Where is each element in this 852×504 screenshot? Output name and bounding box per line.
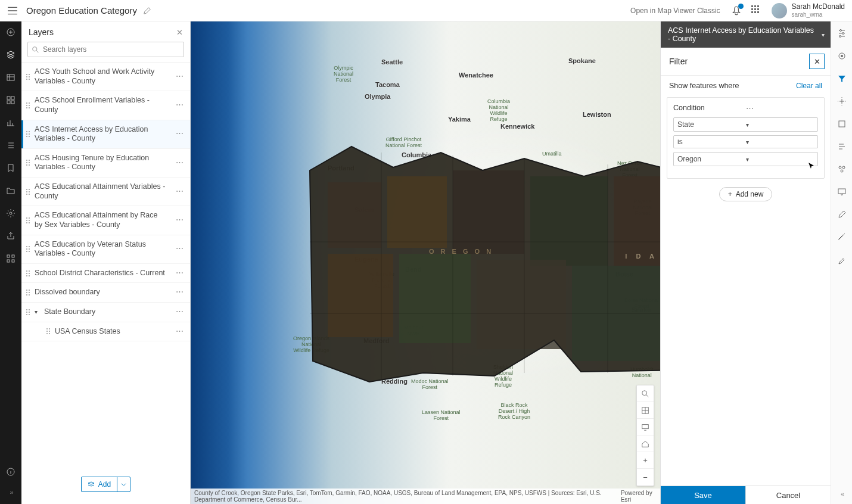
filter-field-select[interactable]: State ▾	[673, 117, 818, 132]
filter-icon[interactable]	[837, 74, 847, 83]
layer-more-icon[interactable]: ⋯	[173, 101, 186, 110]
measure-icon[interactable]	[837, 232, 847, 242]
widgets-icon[interactable]	[6, 95, 15, 105]
layer-item[interactable]: Dissolved boundary⋯	[21, 283, 190, 303]
folder-icon[interactable]	[6, 186, 15, 195]
drag-handle-icon[interactable]	[26, 160, 31, 166]
chevron-down-icon: ▾	[746, 122, 814, 128]
chevron-down-icon	[121, 482, 126, 487]
clear-all-link[interactable]: Clear all	[796, 82, 822, 90]
chevron-down-icon[interactable]: ▾	[35, 309, 41, 316]
layer-more-icon[interactable]: ⋯	[173, 158, 186, 168]
layer-more-icon[interactable]: ⋯	[173, 269, 186, 278]
expand-rail-icon[interactable]: »	[10, 489, 11, 496]
layer-more-icon[interactable]: ⋯	[173, 129, 186, 139]
add-icon[interactable]	[6, 27, 15, 37]
layer-item[interactable]: ACS Youth School and Work Activity Varia…	[21, 63, 190, 91]
filter-layer-header[interactable]: ACS Internet Access by Education Variabl…	[661, 21, 831, 48]
add-layer-dropdown[interactable]	[117, 477, 130, 491]
drag-handle-icon[interactable]	[46, 328, 51, 334]
layer-more-icon[interactable]: ⋯	[173, 72, 186, 82]
layer-item[interactable]: ACS Educational Attainment by Race by Se…	[21, 206, 190, 235]
drag-handle-icon[interactable]	[26, 246, 31, 252]
aggregate-icon[interactable]	[837, 164, 847, 174]
sliders-icon[interactable]	[837, 29, 847, 38]
layer-item[interactable]: ▾State Boundary⋯	[21, 303, 190, 322]
layer-more-icon[interactable]: ⋯	[173, 187, 186, 197]
extent-button[interactable]	[637, 419, 654, 435]
pencil-icon[interactable]	[143, 7, 151, 15]
home-button[interactable]	[637, 435, 654, 452]
close-filter-button[interactable]: ✕	[809, 54, 825, 69]
condition-more-icon[interactable]: ⋯	[746, 104, 819, 113]
user-avatar[interactable]	[772, 3, 787, 18]
collapse-rail-icon[interactable]: «	[841, 490, 842, 497]
chevron-down-icon[interactable]: ▾	[822, 32, 825, 38]
search-input-wrapper[interactable]	[27, 42, 184, 57]
layer-more-icon[interactable]: ⋯	[173, 244, 186, 254]
settings-gear-icon[interactable]	[6, 209, 15, 218]
layer-more-icon[interactable]: ⋯	[173, 216, 186, 225]
open-classic-link[interactable]: Open in Map Viewer Classic	[630, 7, 720, 15]
add-layer-button[interactable]: Add	[81, 477, 130, 492]
zoom-in-button[interactable]: +	[637, 452, 654, 469]
layer-item[interactable]: ACS Educational Attainment Variables - C…	[21, 178, 190, 206]
share-icon[interactable]	[6, 231, 15, 241]
user-info[interactable]: Sarah McDonald sarah_wma	[792, 3, 845, 17]
svg-rect-20	[477, 260, 566, 349]
zoom-out-button[interactable]: −	[637, 469, 654, 486]
grid-icon[interactable]	[6, 254, 15, 263]
drag-handle-icon[interactable]	[26, 102, 31, 108]
layer-item[interactable]: School District Characteristics - Curren…	[21, 264, 190, 284]
basemap-icon[interactable]	[837, 119, 847, 129]
drag-handle-icon[interactable]	[26, 131, 31, 137]
layer-item[interactable]: ACS Housing Tenure by Education Variable…	[21, 149, 190, 178]
popups-icon[interactable]	[837, 187, 847, 197]
save-button[interactable]: Save	[661, 486, 745, 504]
info-icon[interactable]	[6, 467, 15, 477]
layer-label: ACS Youth School and Work Activity Varia…	[35, 67, 170, 86]
chart-icon[interactable]	[6, 118, 15, 127]
drag-handle-icon[interactable]	[26, 270, 31, 276]
basemap-button[interactable]	[637, 402, 654, 419]
filter-operator-select[interactable]: is ▾	[673, 135, 818, 148]
add-condition-button[interactable]: + Add new	[719, 187, 773, 201]
layer-item[interactable]: ACS Education by Veteran Status Variable…	[21, 235, 190, 264]
cancel-button[interactable]: Cancel	[745, 486, 831, 504]
search-layers-input[interactable]	[43, 45, 180, 54]
menu-icon[interactable]	[7, 5, 18, 16]
layer-item[interactable]: ACS School Enrollment Variables - County…	[21, 91, 190, 120]
app-launcher-icon[interactable]	[751, 5, 762, 16]
forest-label: Black RockDesert / HighRock Canyon	[498, 403, 530, 421]
layer-more-icon[interactable]: ⋯	[173, 288, 186, 297]
map-search-button[interactable]	[637, 385, 654, 402]
drag-handle-icon[interactable]	[26, 290, 31, 295]
label-icon[interactable]	[837, 142, 847, 151]
svg-rect-2	[7, 97, 10, 99]
table-icon[interactable]	[6, 73, 15, 82]
user-handle: sarah_wma	[792, 11, 845, 18]
layer-more-icon[interactable]: ⋯	[173, 327, 186, 337]
drag-handle-icon[interactable]	[26, 189, 31, 195]
list-icon[interactable]	[6, 141, 15, 150]
layer-item[interactable]: USA Census States⋯	[21, 322, 190, 342]
light-icon[interactable]	[837, 97, 847, 106]
filter-value-select[interactable]: Oregon ▾	[673, 152, 818, 166]
layers-icon[interactable]	[6, 50, 15, 60]
drag-handle-icon[interactable]	[26, 74, 31, 80]
left-rail: »	[0, 21, 21, 504]
map-canvas[interactable]: SeattleTacomaOlympiaWenatcheeYakimaKenne…	[191, 21, 660, 504]
drag-handle-icon[interactable]	[26, 309, 31, 315]
map-style-icon[interactable]	[837, 51, 847, 61]
tools-icon[interactable]	[837, 255, 847, 265]
edit-icon[interactable]	[837, 210, 847, 219]
layer-label: USA Census States	[55, 327, 170, 337]
notifications-button[interactable]	[731, 5, 742, 16]
forest-label: OlympicNationalForest	[334, 66, 353, 83]
close-icon[interactable]: ✕	[176, 28, 183, 37]
bookmark-icon[interactable]	[6, 163, 15, 173]
svg-point-22	[642, 390, 647, 395]
drag-handle-icon[interactable]	[26, 217, 31, 223]
layer-more-icon[interactable]: ⋯	[173, 307, 186, 317]
layer-item[interactable]: ACS Internet Access by Education Variabl…	[21, 120, 190, 149]
